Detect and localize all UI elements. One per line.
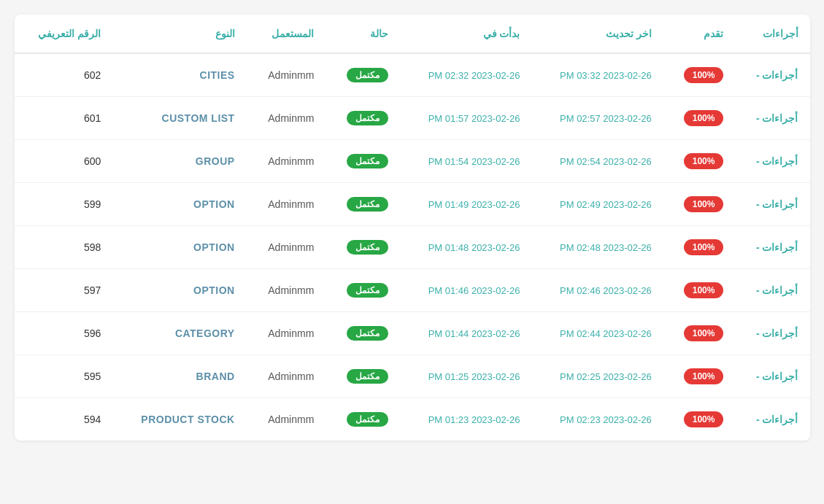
started-at-cell: PM 01:23 2023-02-26	[400, 398, 531, 441]
status-cell: مكتمل	[326, 53, 400, 97]
status-cell: مكتمل	[326, 355, 400, 398]
col-user: المستعمل	[247, 15, 326, 53]
status-cell: مكتمل	[326, 97, 400, 140]
status-cell: مكتمل	[326, 226, 400, 269]
last-update-cell: PM 02:57 2023-02-26	[531, 97, 663, 140]
status-badge: مكتمل	[347, 197, 388, 212]
started-at-cell: PM 01:48 2023-02-26	[400, 226, 531, 269]
started-at-cell: PM 01:54 2023-02-26	[400, 140, 531, 183]
type-cell: GROUP	[112, 140, 246, 183]
status-badge: مكتمل	[347, 240, 388, 255]
last-update-cell: PM 02:25 2023-02-26	[531, 355, 663, 398]
col-progress: تقدم	[663, 15, 735, 53]
actions-cell[interactable]: أجراءات -	[735, 355, 809, 398]
actions-cell[interactable]: أجراءات -	[735, 398, 809, 441]
started-at-cell: PM 01:57 2023-02-26	[400, 97, 531, 140]
table-row: أجراءات -100%PM 02:25 2023-02-26PM 01:25…	[15, 355, 810, 398]
last-update-cell: PM 02:44 2023-02-26	[531, 312, 663, 355]
progress-badge: 100%	[684, 368, 723, 384]
progress-cell: 100%	[663, 355, 735, 398]
jobs-table: أجراءات تقدم اخر تحديث بدأت في حالة المس…	[15, 15, 810, 441]
type-cell: CITIES	[112, 53, 246, 97]
progress-cell: 100%	[663, 140, 735, 183]
started-at-cell: PM 01:46 2023-02-26	[400, 269, 531, 312]
user-cell: Adminmm	[247, 97, 326, 140]
main-container: أجراءات تقدم اخر تحديث بدأت في حالة المس…	[15, 15, 810, 441]
table-row: أجراءات -100%PM 02:54 2023-02-26PM 01:54…	[15, 140, 810, 183]
last-update-cell: PM 02:46 2023-02-26	[531, 269, 663, 312]
id-cell: 595	[15, 355, 113, 398]
actions-cell[interactable]: أجراءات -	[735, 97, 809, 140]
type-cell: OPTION	[112, 226, 246, 269]
last-update-cell: PM 03:32 2023-02-26	[531, 53, 663, 97]
type-cell: CATEGORY	[112, 312, 246, 355]
user-cell: Adminmm	[247, 355, 326, 398]
col-type: النوع	[112, 15, 246, 53]
progress-badge: 100%	[684, 325, 723, 341]
col-status: حالة	[326, 15, 400, 53]
user-cell: Adminmm	[247, 53, 326, 97]
id-cell: 600	[15, 140, 113, 183]
id-cell: 599	[15, 183, 113, 226]
id-cell: 596	[15, 312, 113, 355]
id-cell: 597	[15, 269, 113, 312]
status-badge: مكتمل	[347, 326, 388, 341]
id-cell: 594	[15, 398, 113, 441]
user-cell: Adminmm	[247, 226, 326, 269]
last-update-cell: PM 02:48 2023-02-26	[531, 226, 663, 269]
last-update-cell: PM 02:49 2023-02-26	[531, 183, 663, 226]
type-cell: BRAND	[112, 355, 246, 398]
actions-cell[interactable]: أجراءات -	[735, 269, 809, 312]
status-badge: مكتمل	[347, 68, 388, 82]
progress-badge: 100%	[684, 153, 723, 169]
status-cell: مكتمل	[326, 140, 400, 183]
type-cell: CUSTOM LIST	[112, 97, 246, 140]
table-row: أجراءات -100%PM 02:44 2023-02-26PM 01:44…	[15, 312, 810, 355]
progress-cell: 100%	[663, 398, 735, 441]
table-row: أجراءات -100%PM 02:46 2023-02-26PM 01:46…	[15, 269, 810, 312]
id-cell: 602	[15, 53, 113, 97]
col-id: الرقم التعريفي	[15, 15, 113, 53]
col-last-update: اخر تحديث	[531, 15, 663, 53]
started-at-cell: PM 02:32 2023-02-26	[400, 53, 531, 97]
progress-badge: 100%	[684, 67, 723, 83]
progress-cell: 100%	[663, 226, 735, 269]
progress-badge: 100%	[684, 196, 723, 212]
progress-badge: 100%	[684, 411, 723, 427]
user-cell: Adminmm	[247, 398, 326, 441]
table-row: أجراءات -100%PM 02:48 2023-02-26PM 01:48…	[15, 226, 810, 269]
type-cell: PRODUCT STOCK	[112, 398, 246, 441]
actions-cell[interactable]: أجراءات -	[735, 53, 809, 97]
user-cell: Adminmm	[247, 140, 326, 183]
progress-badge: 100%	[684, 282, 723, 298]
status-cell: مكتمل	[326, 269, 400, 312]
status-badge: مكتمل	[347, 412, 388, 427]
table-wrapper: أجراءات تقدم اخر تحديث بدأت في حالة المس…	[15, 15, 810, 441]
progress-badge: 100%	[684, 110, 723, 126]
table-row: أجراءات -100%PM 02:23 2023-02-26PM 01:23…	[15, 398, 810, 441]
status-badge: مكتمل	[347, 283, 388, 298]
status-cell: مكتمل	[326, 398, 400, 441]
table-row: أجراءات -100%PM 02:49 2023-02-26PM 01:49…	[15, 183, 810, 226]
progress-cell: 100%	[663, 53, 735, 97]
progress-cell: 100%	[663, 312, 735, 355]
progress-cell: 100%	[663, 183, 735, 226]
progress-cell: 100%	[663, 269, 735, 312]
last-update-cell: PM 02:54 2023-02-26	[531, 140, 663, 183]
status-cell: مكتمل	[326, 183, 400, 226]
status-badge: مكتمل	[347, 111, 388, 125]
table-row: أجراءات -100%PM 03:32 2023-02-26PM 02:32…	[15, 53, 810, 97]
col-actions: أجراءات	[735, 15, 809, 53]
started-at-cell: PM 01:44 2023-02-26	[400, 312, 531, 355]
actions-cell[interactable]: أجراءات -	[735, 312, 809, 355]
status-badge: مكتمل	[347, 154, 388, 168]
id-cell: 598	[15, 226, 113, 269]
progress-cell: 100%	[663, 97, 735, 140]
status-badge: مكتمل	[347, 369, 388, 384]
type-cell: OPTION	[112, 183, 246, 226]
actions-cell[interactable]: أجراءات -	[735, 183, 809, 226]
col-started-at: بدأت في	[400, 15, 531, 53]
actions-cell[interactable]: أجراءات -	[735, 226, 809, 269]
actions-cell[interactable]: أجراءات -	[735, 140, 809, 183]
table-row: أجراءات -100%PM 02:57 2023-02-26PM 01:57…	[15, 97, 810, 140]
